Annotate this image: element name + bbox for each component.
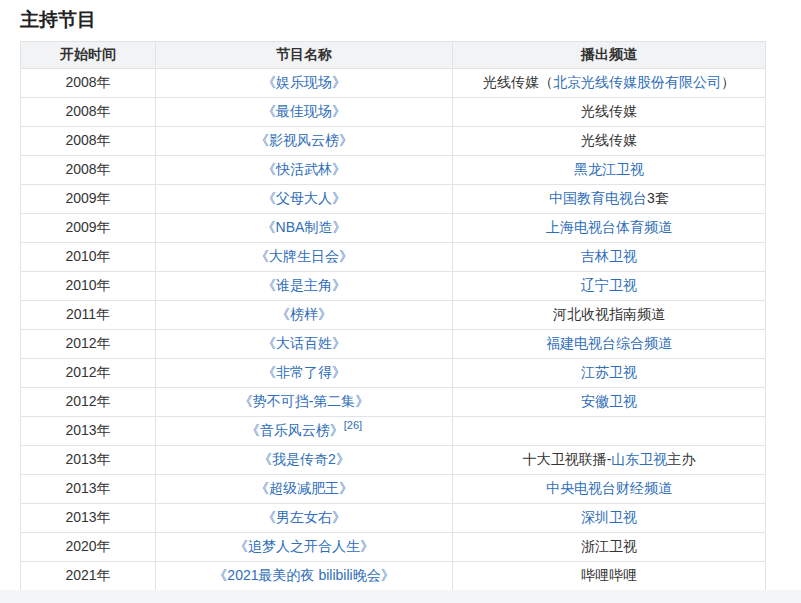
program-link[interactable]: 《影视风云榜》 bbox=[255, 132, 353, 148]
channel-link[interactable]: 辽宁卫视 bbox=[581, 277, 637, 293]
content-area: 主持节目 开始时间 节目名称 播出频道 2008年《娱乐现场》光线传媒（北京光线… bbox=[0, 9, 801, 591]
channel-cell: 光线传媒 bbox=[453, 98, 766, 127]
page: 主持节目 开始时间 节目名称 播出频道 2008年《娱乐现场》光线传媒（北京光线… bbox=[0, 0, 801, 603]
channel-link[interactable]: 山东卫视 bbox=[611, 451, 667, 467]
program-link[interactable]: 《榜样》 bbox=[276, 306, 332, 322]
program-link[interactable]: 《男左女右》 bbox=[262, 509, 346, 525]
program-cell: 《影视风云榜》 bbox=[156, 127, 453, 156]
year-cell: 2010年 bbox=[21, 243, 156, 272]
column-header-broadcast-channel: 播出频道 bbox=[453, 42, 766, 69]
channel-link[interactable]: 黑龙江卫视 bbox=[574, 161, 644, 177]
program-cell: 《大牌生日会》 bbox=[156, 243, 453, 272]
program-link[interactable]: 《快活武林》 bbox=[262, 161, 346, 177]
programs-table: 开始时间 节目名称 播出频道 2008年《娱乐现场》光线传媒（北京光线传媒股份有… bbox=[20, 41, 766, 591]
program-cell: 《最佳现场》 bbox=[156, 98, 453, 127]
table-row: 2008年《影视风云榜》光线传媒 bbox=[21, 127, 766, 156]
program-link[interactable]: 《超级减肥王》 bbox=[255, 480, 353, 496]
year-cell: 2009年 bbox=[21, 185, 156, 214]
program-cell: 《非常了得》 bbox=[156, 359, 453, 388]
channel-cell: 深圳卫视 bbox=[453, 504, 766, 533]
table-row: 2009年《父母大人》中国教育电视台3套 bbox=[21, 185, 766, 214]
channel-text: 3套 bbox=[647, 190, 669, 206]
channel-link[interactable]: 中国教育电视台 bbox=[549, 190, 647, 206]
channel-link[interactable]: 福建电视台综合频道 bbox=[546, 335, 672, 351]
channel-link[interactable]: 吉林卫视 bbox=[581, 248, 637, 264]
program-cell: 《榜样》 bbox=[156, 301, 453, 330]
year-cell: 2013年 bbox=[21, 417, 156, 446]
program-link[interactable]: 《非常了得》 bbox=[262, 364, 346, 380]
program-link[interactable]: 《2021最美的夜 bilibili晚会》 bbox=[213, 567, 394, 583]
program-cell: 《2021最美的夜 bilibili晚会》 bbox=[156, 562, 453, 591]
program-link[interactable]: 《音乐风云榜》 bbox=[246, 422, 344, 438]
program-link[interactable]: 《娱乐现场》 bbox=[262, 74, 346, 90]
table-row: 2010年《谁是主角》辽宁卫视 bbox=[21, 272, 766, 301]
year-cell: 2021年 bbox=[21, 562, 156, 591]
year-cell: 2013年 bbox=[21, 446, 156, 475]
channel-cell: 吉林卫视 bbox=[453, 243, 766, 272]
channel-link[interactable]: 北京光线传媒股份有限公司 bbox=[553, 74, 721, 90]
table-row: 2013年《超级减肥王》中央电视台财经频道 bbox=[21, 475, 766, 504]
channel-cell: 安徽卫视 bbox=[453, 388, 766, 417]
program-link[interactable]: 《大话百姓》 bbox=[262, 335, 346, 351]
channel-link[interactable]: 深圳卫视 bbox=[581, 509, 637, 525]
channel-link[interactable]: 中央电视台财经频道 bbox=[546, 480, 672, 496]
table-row: 2020年《追梦人之开合人生》浙江卫视 bbox=[21, 533, 766, 562]
channel-link[interactable]: 上海电视台体育频道 bbox=[546, 219, 672, 235]
program-cell: 《势不可挡-第二集》 bbox=[156, 388, 453, 417]
table-row: 2008年《娱乐现场》光线传媒（北京光线传媒股份有限公司） bbox=[21, 69, 766, 98]
channel-cell: 浙江卫视 bbox=[453, 533, 766, 562]
program-link[interactable]: 《父母大人》 bbox=[262, 190, 346, 206]
year-cell: 2011年 bbox=[21, 301, 156, 330]
channel-link[interactable]: 安徽卫视 bbox=[581, 393, 637, 409]
channel-text: 浙江卫视 bbox=[581, 538, 637, 554]
table-row: 2009年《NBA制造》上海电视台体育频道 bbox=[21, 214, 766, 243]
program-link[interactable]: 《NBA制造》 bbox=[262, 219, 347, 235]
channel-text: 主办 bbox=[667, 451, 695, 467]
program-link[interactable]: 《我是传奇2》 bbox=[258, 451, 350, 467]
section-title: 主持节目 bbox=[20, 9, 801, 30]
channel-cell: 辽宁卫视 bbox=[453, 272, 766, 301]
channel-cell: 中国教育电视台3套 bbox=[453, 185, 766, 214]
program-cell: 《大话百姓》 bbox=[156, 330, 453, 359]
table-row: 2021年《2021最美的夜 bilibili晚会》哔哩哔哩 bbox=[21, 562, 766, 591]
year-cell: 2020年 bbox=[21, 533, 156, 562]
program-cell: 《谁是主角》 bbox=[156, 272, 453, 301]
table-row: 2008年《最佳现场》光线传媒 bbox=[21, 98, 766, 127]
column-header-start-time: 开始时间 bbox=[21, 42, 156, 69]
program-cell: 《我是传奇2》 bbox=[156, 446, 453, 475]
program-link[interactable]: 《追梦人之开合人生》 bbox=[234, 538, 374, 554]
reference-marker: [26] bbox=[344, 419, 362, 431]
table-row: 2012年《势不可挡-第二集》安徽卫视 bbox=[21, 388, 766, 417]
year-cell: 2009年 bbox=[21, 214, 156, 243]
channel-cell: 福建电视台综合频道 bbox=[453, 330, 766, 359]
year-cell: 2012年 bbox=[21, 330, 156, 359]
bottom-strip bbox=[0, 590, 801, 603]
program-link[interactable]: 《谁是主角》 bbox=[262, 277, 346, 293]
program-link[interactable]: 《最佳现场》 bbox=[262, 103, 346, 119]
year-cell: 2012年 bbox=[21, 359, 156, 388]
program-link[interactable]: 《大牌生日会》 bbox=[255, 248, 353, 264]
channel-cell: 十大卫视联播-山东卫视主办 bbox=[453, 446, 766, 475]
table-row: 2012年《大话百姓》福建电视台综合频道 bbox=[21, 330, 766, 359]
channel-cell: 上海电视台体育频道 bbox=[453, 214, 766, 243]
program-link[interactable]: 《势不可挡-第二集》 bbox=[239, 393, 370, 409]
channel-text: 光线传媒 bbox=[581, 132, 637, 148]
program-cell: 《音乐风云榜》[26] bbox=[156, 417, 453, 446]
channel-text: 十大卫视联播- bbox=[523, 451, 612, 467]
table-body: 2008年《娱乐现场》光线传媒（北京光线传媒股份有限公司）2008年《最佳现场》… bbox=[21, 69, 766, 591]
channel-text: 光线传媒 bbox=[581, 103, 637, 119]
program-cell: 《NBA制造》 bbox=[156, 214, 453, 243]
program-cell: 《父母大人》 bbox=[156, 185, 453, 214]
table-row: 2013年《男左女右》深圳卫视 bbox=[21, 504, 766, 533]
year-cell: 2012年 bbox=[21, 388, 156, 417]
program-cell: 《快活武林》 bbox=[156, 156, 453, 185]
channel-cell: 黑龙江卫视 bbox=[453, 156, 766, 185]
program-link[interactable]: [26] bbox=[344, 419, 362, 431]
channel-cell: 光线传媒（北京光线传媒股份有限公司） bbox=[453, 69, 766, 98]
table-row: 2010年《大牌生日会》吉林卫视 bbox=[21, 243, 766, 272]
channel-text: ） bbox=[721, 74, 735, 90]
program-cell: 《超级减肥王》 bbox=[156, 475, 453, 504]
channel-link[interactable]: 江苏卫视 bbox=[581, 364, 637, 380]
channel-cell: 哔哩哔哩 bbox=[453, 562, 766, 591]
year-cell: 2008年 bbox=[21, 156, 156, 185]
